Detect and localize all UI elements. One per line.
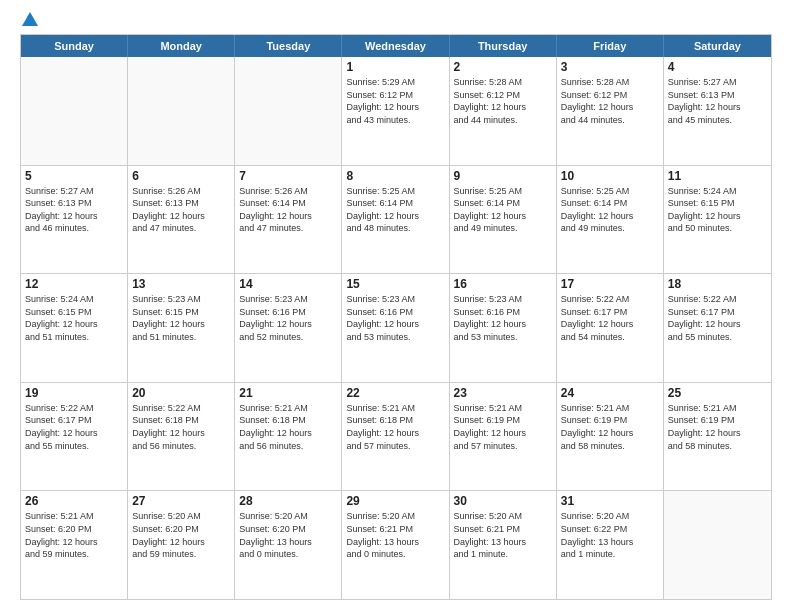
- cell-info: Sunrise: 5:20 AM Sunset: 6:20 PM Dayligh…: [239, 510, 337, 560]
- calendar-cell: 11Sunrise: 5:24 AM Sunset: 6:15 PM Dayli…: [664, 166, 771, 274]
- calendar-header-cell: Saturday: [664, 35, 771, 57]
- cell-info: Sunrise: 5:21 AM Sunset: 6:19 PM Dayligh…: [668, 402, 767, 452]
- calendar-cell: 25Sunrise: 5:21 AM Sunset: 6:19 PM Dayli…: [664, 383, 771, 491]
- day-number: 9: [454, 169, 552, 183]
- cell-info: Sunrise: 5:21 AM Sunset: 6:18 PM Dayligh…: [346, 402, 444, 452]
- calendar-cell: [21, 57, 128, 165]
- calendar-cell: 17Sunrise: 5:22 AM Sunset: 6:17 PM Dayli…: [557, 274, 664, 382]
- cell-info: Sunrise: 5:28 AM Sunset: 6:12 PM Dayligh…: [454, 76, 552, 126]
- calendar: SundayMondayTuesdayWednesdayThursdayFrid…: [20, 34, 772, 600]
- page: SundayMondayTuesdayWednesdayThursdayFrid…: [0, 0, 792, 612]
- calendar-cell: 6Sunrise: 5:26 AM Sunset: 6:13 PM Daylig…: [128, 166, 235, 274]
- calendar-cell: 26Sunrise: 5:21 AM Sunset: 6:20 PM Dayli…: [21, 491, 128, 599]
- calendar-cell: 21Sunrise: 5:21 AM Sunset: 6:18 PM Dayli…: [235, 383, 342, 491]
- day-number: 10: [561, 169, 659, 183]
- cell-info: Sunrise: 5:23 AM Sunset: 6:15 PM Dayligh…: [132, 293, 230, 343]
- logo-triangle-icon: [22, 12, 38, 26]
- cell-info: Sunrise: 5:24 AM Sunset: 6:15 PM Dayligh…: [668, 185, 767, 235]
- day-number: 2: [454, 60, 552, 74]
- calendar-cell: 19Sunrise: 5:22 AM Sunset: 6:17 PM Dayli…: [21, 383, 128, 491]
- day-number: 18: [668, 277, 767, 291]
- calendar-cell: 16Sunrise: 5:23 AM Sunset: 6:16 PM Dayli…: [450, 274, 557, 382]
- cell-info: Sunrise: 5:21 AM Sunset: 6:19 PM Dayligh…: [561, 402, 659, 452]
- day-number: 20: [132, 386, 230, 400]
- calendar-cell: 4Sunrise: 5:27 AM Sunset: 6:13 PM Daylig…: [664, 57, 771, 165]
- cell-info: Sunrise: 5:29 AM Sunset: 6:12 PM Dayligh…: [346, 76, 444, 126]
- cell-info: Sunrise: 5:21 AM Sunset: 6:19 PM Dayligh…: [454, 402, 552, 452]
- day-number: 22: [346, 386, 444, 400]
- cell-info: Sunrise: 5:23 AM Sunset: 6:16 PM Dayligh…: [239, 293, 337, 343]
- calendar-week: 19Sunrise: 5:22 AM Sunset: 6:17 PM Dayli…: [21, 383, 771, 492]
- day-number: 3: [561, 60, 659, 74]
- day-number: 31: [561, 494, 659, 508]
- calendar-header-cell: Tuesday: [235, 35, 342, 57]
- day-number: 5: [25, 169, 123, 183]
- day-number: 23: [454, 386, 552, 400]
- cell-info: Sunrise: 5:27 AM Sunset: 6:13 PM Dayligh…: [25, 185, 123, 235]
- day-number: 17: [561, 277, 659, 291]
- calendar-cell: 9Sunrise: 5:25 AM Sunset: 6:14 PM Daylig…: [450, 166, 557, 274]
- day-number: 6: [132, 169, 230, 183]
- calendar-cell: 22Sunrise: 5:21 AM Sunset: 6:18 PM Dayli…: [342, 383, 449, 491]
- calendar-cell: 29Sunrise: 5:20 AM Sunset: 6:21 PM Dayli…: [342, 491, 449, 599]
- day-number: 15: [346, 277, 444, 291]
- header: [20, 16, 772, 26]
- day-number: 4: [668, 60, 767, 74]
- day-number: 27: [132, 494, 230, 508]
- calendar-cell: 27Sunrise: 5:20 AM Sunset: 6:20 PM Dayli…: [128, 491, 235, 599]
- day-number: 13: [132, 277, 230, 291]
- cell-info: Sunrise: 5:21 AM Sunset: 6:20 PM Dayligh…: [25, 510, 123, 560]
- day-number: 12: [25, 277, 123, 291]
- calendar-cell: [664, 491, 771, 599]
- day-number: 26: [25, 494, 123, 508]
- calendar-cell: 10Sunrise: 5:25 AM Sunset: 6:14 PM Dayli…: [557, 166, 664, 274]
- day-number: 7: [239, 169, 337, 183]
- cell-info: Sunrise: 5:25 AM Sunset: 6:14 PM Dayligh…: [454, 185, 552, 235]
- calendar-cell: [128, 57, 235, 165]
- calendar-cell: 18Sunrise: 5:22 AM Sunset: 6:17 PM Dayli…: [664, 274, 771, 382]
- calendar-header-cell: Monday: [128, 35, 235, 57]
- day-number: 1: [346, 60, 444, 74]
- calendar-cell: 31Sunrise: 5:20 AM Sunset: 6:22 PM Dayli…: [557, 491, 664, 599]
- cell-info: Sunrise: 5:22 AM Sunset: 6:17 PM Dayligh…: [561, 293, 659, 343]
- cell-info: Sunrise: 5:20 AM Sunset: 6:20 PM Dayligh…: [132, 510, 230, 560]
- calendar-cell: 12Sunrise: 5:24 AM Sunset: 6:15 PM Dayli…: [21, 274, 128, 382]
- calendar-header-cell: Wednesday: [342, 35, 449, 57]
- cell-info: Sunrise: 5:20 AM Sunset: 6:21 PM Dayligh…: [346, 510, 444, 560]
- cell-info: Sunrise: 5:28 AM Sunset: 6:12 PM Dayligh…: [561, 76, 659, 126]
- calendar-body: 1Sunrise: 5:29 AM Sunset: 6:12 PM Daylig…: [21, 57, 771, 599]
- calendar-cell: 24Sunrise: 5:21 AM Sunset: 6:19 PM Dayli…: [557, 383, 664, 491]
- day-number: 25: [668, 386, 767, 400]
- calendar-cell: 14Sunrise: 5:23 AM Sunset: 6:16 PM Dayli…: [235, 274, 342, 382]
- cell-info: Sunrise: 5:22 AM Sunset: 6:17 PM Dayligh…: [25, 402, 123, 452]
- calendar-cell: 2Sunrise: 5:28 AM Sunset: 6:12 PM Daylig…: [450, 57, 557, 165]
- cell-info: Sunrise: 5:23 AM Sunset: 6:16 PM Dayligh…: [454, 293, 552, 343]
- cell-info: Sunrise: 5:22 AM Sunset: 6:17 PM Dayligh…: [668, 293, 767, 343]
- day-number: 28: [239, 494, 337, 508]
- day-number: 30: [454, 494, 552, 508]
- cell-info: Sunrise: 5:27 AM Sunset: 6:13 PM Dayligh…: [668, 76, 767, 126]
- cell-info: Sunrise: 5:23 AM Sunset: 6:16 PM Dayligh…: [346, 293, 444, 343]
- logo: [20, 16, 38, 26]
- day-number: 16: [454, 277, 552, 291]
- day-number: 19: [25, 386, 123, 400]
- calendar-cell: 1Sunrise: 5:29 AM Sunset: 6:12 PM Daylig…: [342, 57, 449, 165]
- calendar-header-cell: Thursday: [450, 35, 557, 57]
- calendar-cell: 3Sunrise: 5:28 AM Sunset: 6:12 PM Daylig…: [557, 57, 664, 165]
- calendar-cell: 5Sunrise: 5:27 AM Sunset: 6:13 PM Daylig…: [21, 166, 128, 274]
- cell-info: Sunrise: 5:21 AM Sunset: 6:18 PM Dayligh…: [239, 402, 337, 452]
- cell-info: Sunrise: 5:24 AM Sunset: 6:15 PM Dayligh…: [25, 293, 123, 343]
- calendar-week: 12Sunrise: 5:24 AM Sunset: 6:15 PM Dayli…: [21, 274, 771, 383]
- cell-info: Sunrise: 5:26 AM Sunset: 6:14 PM Dayligh…: [239, 185, 337, 235]
- cell-info: Sunrise: 5:25 AM Sunset: 6:14 PM Dayligh…: [346, 185, 444, 235]
- day-number: 24: [561, 386, 659, 400]
- cell-info: Sunrise: 5:20 AM Sunset: 6:22 PM Dayligh…: [561, 510, 659, 560]
- calendar-header: SundayMondayTuesdayWednesdayThursdayFrid…: [21, 35, 771, 57]
- calendar-cell: [235, 57, 342, 165]
- calendar-cell: 20Sunrise: 5:22 AM Sunset: 6:18 PM Dayli…: [128, 383, 235, 491]
- calendar-cell: 13Sunrise: 5:23 AM Sunset: 6:15 PM Dayli…: [128, 274, 235, 382]
- calendar-cell: 30Sunrise: 5:20 AM Sunset: 6:21 PM Dayli…: [450, 491, 557, 599]
- calendar-cell: 8Sunrise: 5:25 AM Sunset: 6:14 PM Daylig…: [342, 166, 449, 274]
- cell-info: Sunrise: 5:22 AM Sunset: 6:18 PM Dayligh…: [132, 402, 230, 452]
- day-number: 29: [346, 494, 444, 508]
